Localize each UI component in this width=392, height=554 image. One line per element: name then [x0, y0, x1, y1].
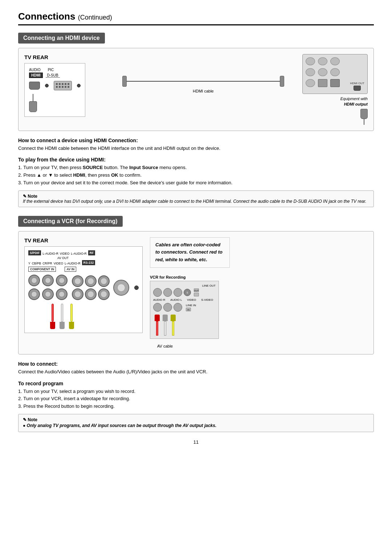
tv-rear-label: TV REAR — [24, 54, 111, 60]
av-in-label: AV IN — [65, 267, 76, 272]
vcr-wires — [155, 315, 216, 336]
vcr-line-out-circles: S OUT — [153, 288, 216, 297]
vcr-diagram-box: TV REAR S/PDIF L-AUDIO-R VIDEO L-AUDIO-R… — [18, 231, 374, 354]
hdmi-note-label: ✎ Note — [23, 194, 37, 199]
panel-labels-row: AUDIO PIC — [29, 68, 81, 72]
colored-text-box: Cables are often color-coded to connecto… — [150, 237, 230, 268]
hdmi-step-1: 1. Turn on your TV, then press SOURCE bu… — [18, 164, 374, 172]
hdmi-plug-down — [29, 94, 81, 112]
hdmi-connect-title: How to connect a device using HDMI Conne… — [18, 138, 374, 143]
vcr-step-2: 2. Turn on your VCR, insert a videotape … — [18, 395, 374, 403]
cr-label: CR/PR — [42, 262, 52, 265]
rs232-dot — [134, 286, 139, 290]
vcr-note-box: ✎ Note ● Only analog TV programs, and AV… — [18, 414, 374, 432]
audio-r2-label: L-AUDIO-R — [71, 252, 86, 255]
vcr-port-labels: AUDIO R AUDIO L VIDEO S-VIDEO — [153, 298, 216, 301]
hdmi-cable-area: HDMI cable — [122, 54, 284, 93]
equipment-label: Equipment with HDMI output — [340, 96, 368, 107]
equipment-box: HDMI OUT — [302, 54, 368, 94]
cb-label: CB/PB — [32, 262, 41, 265]
audio-label: AUDIO — [29, 68, 41, 72]
hdmi-step-3: 3. Turn on your device and set it to the… — [18, 179, 374, 187]
video2-label: VIDEO — [54, 262, 63, 265]
video-label-vcr: VIDEO — [60, 252, 69, 255]
vcr-recording-section: VCR for Recording LINE OUT S OUT — [150, 275, 368, 339]
hdmi-diagram-box: TV REAR AUDIO PIC HDMI D-SUB — [18, 48, 374, 131]
hdmi-connect-text: Connect the HDMI cable between the HDMI … — [18, 145, 374, 152]
line-out-label: LINE OUT — [153, 284, 216, 287]
vcr-recording-label: VCR for Recording — [150, 275, 368, 279]
hdmi-step-2: 2. Press ▲ or ▼ to select HDMI, then pre… — [18, 172, 374, 179]
hdmi-label: HDMI — [29, 73, 43, 78]
vcr-line-in-circles: LINE IN IN — [153, 303, 216, 312]
vcr-tv-rear-panel: TV REAR S/PDIF L-AUDIO-R VIDEO L-AUDIO-R… — [24, 237, 143, 333]
page-title: Connections (Continued) — [18, 11, 112, 22]
dsub-label: D-SUB — [46, 73, 60, 78]
dsub-port — [54, 81, 72, 90]
spdif-label: S/PDIF — [28, 250, 41, 255]
title-text: Connections — [18, 11, 75, 22]
rf-label: RF — [88, 250, 95, 255]
y-label: Y — [28, 262, 30, 265]
vcr-connect-text: Connect the Audio/Video cables between t… — [18, 368, 374, 376]
tv-rear-panel: TV REAR AUDIO PIC HDMI D-SUB — [24, 54, 111, 117]
dot-connector — [45, 84, 49, 87]
rf-circle — [113, 280, 129, 296]
page-title-section: Connections (Continued) — [18, 11, 374, 25]
hdmi-output-label: HDMI output — [344, 102, 368, 106]
avin-circles — [72, 275, 110, 300]
vcr-note-text: ● Only analog TV programs, and AV input … — [23, 423, 216, 428]
hdmi-note-box: ✎ Note If the external device has DVI ou… — [18, 190, 374, 207]
hdmi-port — [29, 82, 40, 90]
connector-row — [29, 81, 81, 90]
vcr-record-title: To record program — [18, 381, 374, 386]
rs232-label: RS-232 — [82, 260, 95, 265]
vcr-connect-title: How to connect: — [18, 361, 374, 367]
vcr-section-header: Connecting a VCR (for Recording) — [18, 216, 123, 227]
dot-connector2 — [77, 84, 81, 87]
component-in-label: COMPONENT IN — [28, 267, 56, 272]
vcr-right-area: Cables are often color-coded to connecto… — [150, 237, 368, 348]
line-in-label: LINE IN IN — [186, 304, 196, 311]
component-avin-labels: COMPONENT IN AV IN — [28, 267, 139, 272]
hdmi-dsub-label-row: HDMI D-SUB — [29, 73, 81, 78]
vcr-step-3: 3. Press the Record button to begin reco… — [18, 403, 374, 410]
hdmi-note-text: If the external device has DVI output on… — [23, 199, 367, 204]
audio-r-label: L-AUDIO-R — [42, 252, 58, 255]
vcr-label-row-top: S/PDIF L-AUDIO-R VIDEO L-AUDIO-R RF — [28, 250, 139, 255]
colored-cable-text: Cables are often color-coded to connecto… — [155, 242, 222, 263]
page-number: 11 — [18, 439, 374, 445]
vcr-connectors-area — [28, 275, 139, 301]
vcr-tv-rear-label: TV REAR — [24, 237, 143, 243]
cable-label: HDMI cable — [193, 89, 213, 93]
equipment-hdmi-plug — [360, 109, 368, 125]
equipment-panel: HDMI OUT Equipment with HDMI output — [295, 54, 368, 125]
vcr-section: Connecting a VCR (for Recording) TV REAR… — [18, 216, 374, 432]
title-continued: (Continued) — [78, 14, 112, 21]
vcr-note-label: ✎ Note — [23, 417, 37, 422]
av-out-label: AV OUT — [57, 256, 139, 260]
hdmi-play-steps: 1. Turn on your TV, then press SOURCE bu… — [18, 164, 374, 186]
vcr-wires-down — [50, 304, 139, 329]
av-cable-label: AV cable — [157, 344, 368, 348]
vcr-label-row-bottom: Y CB/PB CR/PR VIDEO L-AUDIO-R RS-232 — [28, 260, 139, 265]
cable-line — [122, 76, 284, 87]
hdmi-play-title: To play from the device using HDMI: — [18, 157, 374, 163]
pic-label: PIC — [48, 68, 54, 72]
vcr-recording-panel: LINE OUT S OUT — [150, 281, 219, 339]
hdmi-section: Connecting an HDMI device TV REAR AUDIO … — [18, 33, 374, 207]
component-circles — [28, 275, 68, 301]
audio-r3-label: L-AUDIO-R — [65, 262, 80, 265]
hdmi-section-header: Connecting an HDMI device — [18, 33, 105, 44]
vcr-step-1: 1. Turn on your TV, select a program you… — [18, 388, 374, 395]
vcr-record-steps: 1. Turn on your TV, select a program you… — [18, 388, 374, 410]
